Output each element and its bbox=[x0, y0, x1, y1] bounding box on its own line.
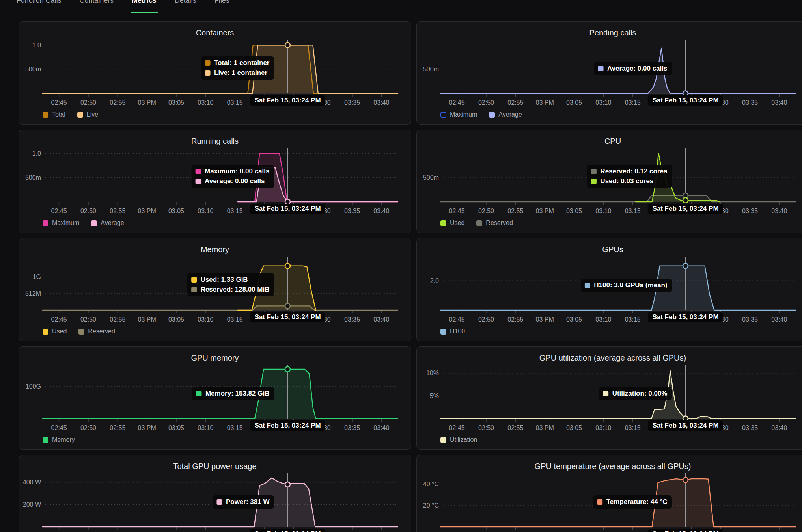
tooltip-series-swatch bbox=[591, 169, 597, 174]
tooltip-value-text: Reserved: 0.12 cores bbox=[600, 167, 667, 175]
legend-swatch bbox=[440, 112, 446, 118]
crosshair-marker-power bbox=[285, 482, 290, 487]
legend-swatch bbox=[43, 437, 48, 443]
legend-item-reserved[interactable]: Reserved bbox=[476, 219, 513, 227]
chart-card-containers: Containers1.0500m02:4502:5002:5503 PM03:… bbox=[19, 21, 411, 125]
chart-plot[interactable]: 40 °C20 °C02:4502:5002:5503 PM03:0503:10… bbox=[417, 455, 802, 532]
legend-item-used[interactable]: Used bbox=[43, 328, 67, 335]
legend-label: Memory bbox=[52, 436, 75, 443]
crosshair-marker-temperature bbox=[683, 477, 688, 482]
legend-item-maximum[interactable]: Maximum bbox=[43, 219, 79, 227]
chart-legend: TotalLive bbox=[43, 111, 98, 118]
x-axis-label: 02:45 bbox=[449, 99, 465, 106]
legend-item-reserved[interactable]: Reserved bbox=[78, 328, 115, 335]
crosshair-date-badge: Sat Feb 15, 03:24 PM bbox=[648, 529, 723, 532]
crosshair-date-badge: Sat Feb 15, 03:24 PM bbox=[250, 312, 325, 322]
crosshair-date-badge: Sat Feb 15, 03:24 PM bbox=[250, 420, 325, 431]
tooltip-series-swatch bbox=[603, 391, 609, 396]
legend-item-h100[interactable]: H100 bbox=[440, 328, 465, 335]
tooltip-series-swatch bbox=[205, 60, 211, 66]
legend-item-average[interactable]: Average bbox=[91, 219, 124, 227]
x-axis-label: 03:35 bbox=[742, 424, 758, 431]
tooltip-value-text: Maximum: 0.00 calls bbox=[205, 167, 269, 175]
x-axis-label: 02:50 bbox=[478, 316, 494, 323]
legend-item-total[interactable]: Total bbox=[43, 111, 65, 118]
chart-tooltip: H100: 3.0 GPUs (mean) bbox=[581, 279, 672, 292]
x-axis-label: 03:35 bbox=[344, 316, 360, 323]
x-axis-label: 03:35 bbox=[742, 316, 758, 323]
legend-item-used[interactable]: Used bbox=[440, 219, 464, 227]
y-axis-label: 40 °C bbox=[423, 481, 439, 487]
tooltip-row: Reserved: 128.00 MiB bbox=[192, 286, 270, 294]
x-axis-label: 03 PM bbox=[536, 424, 554, 431]
chart-legend: MaximumAverage bbox=[440, 111, 522, 118]
tooltip-series-swatch bbox=[196, 179, 201, 184]
tooltip-row: Maximum: 0.00 calls bbox=[196, 167, 269, 175]
x-axis-label: 03:15 bbox=[227, 316, 243, 323]
x-axis-label: 03:05 bbox=[566, 316, 582, 323]
legend-label: Live bbox=[87, 111, 98, 118]
legend-item-live[interactable]: Live bbox=[77, 111, 98, 118]
crosshair-marker-reserved bbox=[285, 303, 290, 309]
x-axis-label: 03:15 bbox=[227, 99, 243, 106]
chart-card-cpu: CPU500m02:4502:5002:5503 PM03:0503:1003:… bbox=[416, 130, 802, 233]
chart-legend: Memory bbox=[43, 436, 75, 443]
tab-metrics[interactable]: Metrics bbox=[132, 0, 157, 13]
chart-tooltip: Power: 381 W bbox=[213, 495, 274, 509]
legend-swatch bbox=[91, 220, 97, 226]
x-axis-label: 03:35 bbox=[344, 99, 360, 106]
tooltip-series-swatch bbox=[196, 169, 201, 174]
tooltip-row: Reserved: 0.12 cores bbox=[591, 167, 667, 175]
chart-legend: Utilization bbox=[440, 436, 477, 443]
x-axis-label: 02:55 bbox=[507, 424, 523, 431]
x-axis-label: 02:45 bbox=[449, 424, 465, 431]
x-axis-label: 03:35 bbox=[344, 208, 360, 214]
series-area-reserved bbox=[440, 196, 796, 202]
legend-swatch bbox=[43, 329, 48, 335]
crosshair-date-badge: Sat Feb 15, 03:24 PM bbox=[250, 204, 325, 214]
tab-files[interactable]: Files bbox=[214, 0, 229, 13]
x-axis-label: 03:10 bbox=[198, 99, 213, 106]
chart-tooltip: Used: 1.33 GiBReserved: 128.00 MiB bbox=[188, 273, 274, 296]
tooltip-series-swatch bbox=[598, 66, 604, 71]
tooltip-row: Average: 0.00 calls bbox=[196, 177, 269, 185]
tab-containers[interactable]: Containers bbox=[80, 0, 114, 13]
chart-plot[interactable]: 400 W200 W02:4502:5002:5503 PM03:0503:10… bbox=[19, 455, 412, 532]
x-axis-label: 02:55 bbox=[507, 208, 523, 214]
crosshair-date-badge: Sat Feb 15, 03:24 PM bbox=[648, 95, 723, 106]
tab-label: Function Calls bbox=[17, 0, 62, 5]
tab-function-calls[interactable]: Function Calls bbox=[17, 0, 62, 13]
tooltip-row: H100: 3.0 GPUs (mean) bbox=[585, 281, 667, 289]
legend-item-memory[interactable]: Memory bbox=[43, 436, 75, 443]
chart-card-gpu-memory: GPU memory100G02:4502:5002:5503 PM03:050… bbox=[19, 346, 411, 450]
y-axis-label: 500m bbox=[25, 174, 41, 181]
crosshair-date-badge: Sat Feb 15, 03:24 PM bbox=[648, 420, 723, 431]
tooltip-value-text: Memory: 153.82 GiB bbox=[205, 390, 270, 398]
tab-details[interactable]: Details bbox=[175, 0, 196, 13]
x-axis-label: 02:45 bbox=[51, 99, 67, 106]
x-axis-label: 03:40 bbox=[373, 99, 389, 106]
tooltip-series-swatch bbox=[597, 499, 603, 505]
chart-tooltip: Memory: 153.82 GiB bbox=[192, 387, 274, 400]
tooltip-series-swatch bbox=[591, 179, 597, 184]
x-axis-label: 03:15 bbox=[625, 316, 641, 323]
panel-left-border bbox=[4, 0, 4, 532]
tooltip-series-swatch bbox=[196, 391, 202, 396]
legend-item-maximum[interactable]: Maximum bbox=[440, 111, 477, 118]
x-axis-label: 03:05 bbox=[168, 316, 184, 323]
x-axis-label: 03:10 bbox=[198, 208, 213, 214]
tooltip-value-text: Used: 0.03 cores bbox=[600, 177, 653, 185]
legend-item-utilization[interactable]: Utilization bbox=[440, 436, 477, 443]
chart-legend: UsedReserved bbox=[440, 219, 513, 227]
x-axis-label: 03:05 bbox=[168, 208, 184, 214]
x-axis-label: 03:05 bbox=[168, 99, 184, 106]
tooltip-value-text: Used: 1.33 GiB bbox=[201, 276, 248, 284]
legend-item-average[interactable]: Average bbox=[489, 111, 522, 118]
tooltip-value-text: Live: 1 container bbox=[214, 69, 267, 77]
x-axis-label: 03:10 bbox=[595, 424, 611, 431]
crosshair-marker-used bbox=[683, 198, 688, 203]
chart-card-memory: Memory1G512M02:4502:5002:5503 PM03:0503:… bbox=[19, 238, 411, 341]
chart-tooltip: Total: 1 containerLive: 1 container bbox=[201, 56, 274, 80]
x-axis-label: 03:15 bbox=[227, 208, 243, 214]
chart-tooltip: Reserved: 0.12 coresUsed: 0.03 cores bbox=[587, 165, 672, 188]
